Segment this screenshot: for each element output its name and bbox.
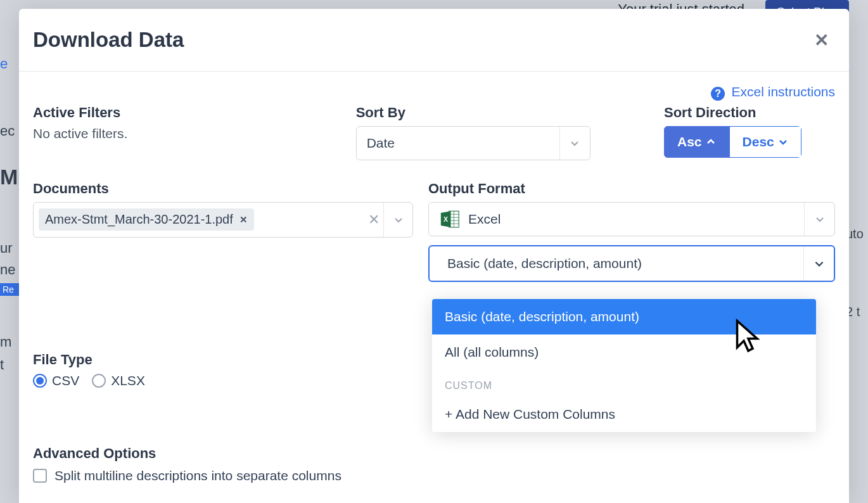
chevron-down-icon xyxy=(778,137,788,147)
chevron-up-icon xyxy=(706,137,716,147)
clear-all-icon[interactable]: ✕ xyxy=(368,212,380,228)
chevron-down-icon xyxy=(803,246,834,281)
document-tag: Amex-Stmt_March-30-2021-1.pdf ✕ xyxy=(39,208,254,231)
output-format-label: Output Format xyxy=(428,181,835,197)
active-filters-empty: No active filters. xyxy=(33,126,343,141)
split-multiline-label: Split multiline descriptions into separa… xyxy=(54,468,341,483)
dropdown-custom-header: CUSTOM xyxy=(432,370,816,397)
close-icon[interactable]: ✕ xyxy=(814,30,829,51)
output-columns-select[interactable]: Basic (date, description, amount) xyxy=(428,245,835,282)
radio-checked-icon xyxy=(33,374,47,388)
remove-tag-icon[interactable]: ✕ xyxy=(239,214,248,226)
active-filters-label: Active Filters xyxy=(33,105,343,121)
file-type-csv-option[interactable]: CSV xyxy=(33,373,79,388)
cursor-icon xyxy=(735,319,762,354)
modal-title: Download Data xyxy=(33,28,184,52)
advanced-options-label: Advanced Options xyxy=(33,445,835,462)
chevron-down-icon xyxy=(383,203,412,237)
sort-direction-toggle: Asc Desc xyxy=(664,126,801,158)
sort-by-label: Sort By xyxy=(356,105,651,121)
output-app-value: Excel xyxy=(468,212,501,227)
documents-select[interactable]: Amex-Stmt_March-30-2021-1.pdf ✕ ✕ xyxy=(33,202,413,238)
sort-asc-button[interactable]: Asc xyxy=(664,126,729,158)
output-app-select[interactable]: X Excel xyxy=(428,202,835,236)
sort-by-value: Date xyxy=(367,136,395,151)
excel-icon: X xyxy=(439,208,461,230)
file-type-xlsx-option[interactable]: XLSX xyxy=(92,373,145,388)
bg-left-fragments: e ec M ur ne Re m t xyxy=(0,51,19,503)
help-icon: ? xyxy=(711,87,725,101)
instructions-link-row: ? Excel instructions xyxy=(33,84,835,101)
svg-text:X: X xyxy=(444,215,448,222)
modal-body: ? Excel instructions Active Filters No a… xyxy=(19,72,849,503)
sort-direction-label: Sort Direction xyxy=(664,105,835,121)
document-tag-label: Amex-Stmt_March-30-2021-1.pdf xyxy=(45,212,233,227)
bg-right-fragments: uto 2 t xyxy=(846,222,868,475)
sort-by-select[interactable]: Date xyxy=(356,126,590,160)
excel-instructions-link[interactable]: Excel instructions xyxy=(732,84,835,99)
sort-desc-button[interactable]: Desc xyxy=(729,126,801,158)
documents-label: Documents xyxy=(33,181,413,197)
modal-header: Download Data ✕ xyxy=(19,9,849,72)
output-columns-value: Basic (date, description, amount) xyxy=(447,256,642,271)
chevron-down-icon xyxy=(559,127,590,160)
dropdown-option-add-custom[interactable]: + Add New Custom Columns xyxy=(432,397,816,432)
split-multiline-checkbox[interactable] xyxy=(33,469,47,483)
chevron-down-icon xyxy=(804,203,834,236)
radio-unchecked-icon xyxy=(92,374,106,388)
